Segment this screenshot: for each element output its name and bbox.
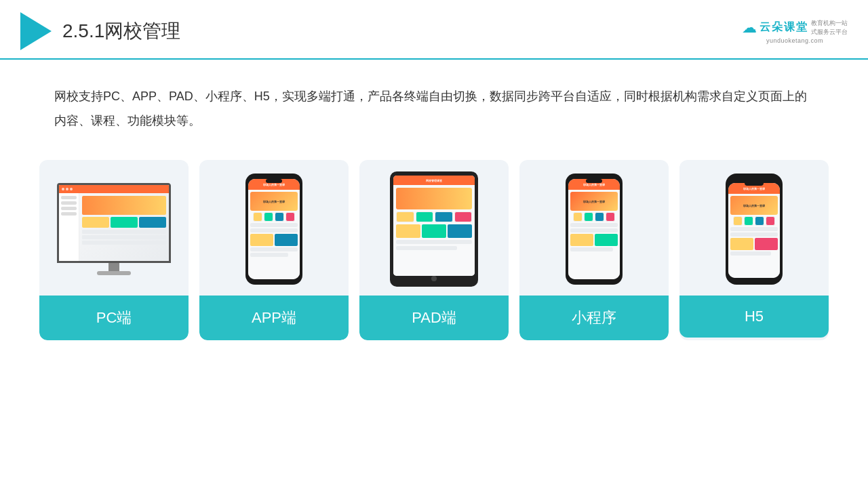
tablet-banner [396, 188, 472, 209]
tablet-home-button [431, 276, 437, 281]
phone-mini-topbar-text: 职场人的第一堂课 [583, 183, 605, 186]
brand-tagline: 教育机构一站式服务云平台 [811, 19, 848, 36]
card-pad-image: 网校管理课堂 [359, 160, 509, 296]
brand-cloud-row: ☁ 云朵课堂 教育机构一站式服务云平台 [742, 19, 848, 37]
phone-h5-topbar-text: 职场人的第一堂课 [743, 187, 765, 190]
cloud-icon: ☁ [742, 19, 757, 37]
card-pc: PC端 [39, 160, 189, 340]
card-mini-label: 小程序 [519, 296, 669, 340]
description-text: 网校支持PC、APP、PAD、小程序、H5，实现多端打通，产品各终端自由切换，数… [0, 60, 868, 149]
card-app-image: 职场人的第一堂课 职场人的第一堂课 [199, 160, 349, 296]
phone-h5-icon: 职场人的第一堂课 职场人的第一堂课 [726, 174, 783, 285]
phone-topbar-text: 职场人的第一堂课 [263, 183, 285, 186]
monitor-screen [57, 183, 171, 263]
card-app: 职场人的第一堂课 职场人的第一堂课 [199, 160, 349, 340]
phone-app-icon: 职场人的第一堂课 职场人的第一堂课 [245, 174, 302, 285]
tablet-pad-icon: 网校管理课堂 [390, 171, 478, 287]
tablet-topbar-text: 网校管理课堂 [426, 179, 442, 182]
logo-triangle-icon [20, 12, 52, 50]
title-number: 2.5.1 [62, 20, 104, 41]
card-h5-label: H5 [679, 296, 829, 338]
card-miniprogram: 职场人的第一堂课 职场人的第一堂课 [519, 160, 669, 340]
title-text: 网校管理 [104, 20, 180, 41]
phone-notch-mini [586, 179, 602, 183]
phone-mini-icon: 职场人的第一堂课 职场人的第一堂课 [566, 174, 623, 285]
phone-notch [266, 179, 282, 183]
phone-screen: 职场人的第一堂课 职场人的第一堂课 [248, 179, 300, 279]
cards-container: PC端 职场人的第一堂课 职场人的第一堂课 [0, 149, 868, 361]
phone-h5-banner-text: 职场人的第一堂课 [743, 204, 765, 207]
card-miniprogram-image: 职场人的第一堂课 职场人的第一堂课 [519, 160, 669, 296]
card-pad-label: PAD端 [359, 296, 509, 340]
tablet-screen: 网校管理课堂 [393, 176, 475, 276]
brand-name-cn: 云朵课堂 [760, 20, 808, 35]
brand-logo: ☁ 云朵课堂 教育机构一站式服务云平台 yunduoketang.com [742, 19, 848, 44]
card-h5: 职场人的第一堂课 职场人的第一堂课 [679, 160, 829, 340]
brand-name-en: yunduoketang.com [766, 37, 823, 44]
phone-notch-h5 [745, 180, 764, 186]
card-app-label: APP端 [199, 296, 349, 340]
page-title: 2.5.1网校管理 [62, 18, 180, 44]
card-pc-label: PC端 [39, 296, 189, 340]
phone-screen-h5: 职场人的第一堂课 职场人的第一堂课 [728, 183, 780, 278]
card-h5-image: 职场人的第一堂课 职场人的第一堂课 [679, 160, 829, 296]
header: 2.5.1网校管理 ☁ 云朵课堂 教育机构一站式服务云平台 yunduoketa… [0, 0, 868, 60]
header-left: 2.5.1网校管理 [20, 12, 180, 50]
phone-screen-mini: 职场人的第一堂课 职场人的第一堂课 [568, 179, 620, 279]
phone-banner-text: 职场人的第一堂课 [263, 200, 285, 203]
phone-mini-banner-text: 职场人的第一堂课 [583, 200, 605, 203]
pc-monitor-icon [57, 183, 171, 275]
card-pc-image [39, 160, 189, 296]
card-pad: 网校管理课堂 [359, 160, 509, 340]
